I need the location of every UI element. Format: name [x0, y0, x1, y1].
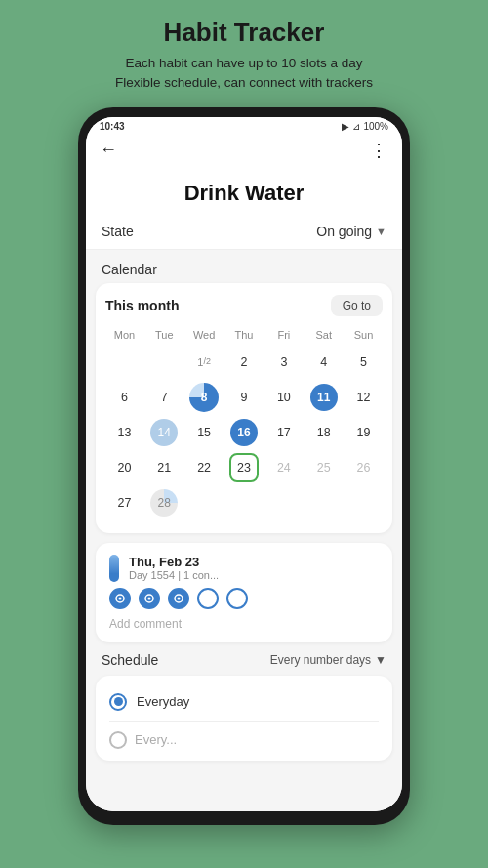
cal-day-18[interactable]: 18 [305, 416, 343, 449]
calendar-grid: Mon Tue Wed Thu Fri Sat Sun 1/2 2 3 4 5 [105, 326, 383, 519]
cal-day-2[interactable]: 2 [225, 346, 264, 379]
day-sub: Day 1554 | 1 con... [129, 569, 379, 581]
schedule-dropdown-arrow-icon: ▼ [375, 653, 386, 667]
goto-button[interactable]: Go to [331, 295, 383, 316]
cal-empty-2 [145, 346, 183, 379]
signal-icon: ▶ [342, 121, 349, 132]
add-comment[interactable]: Add comment [109, 617, 379, 631]
screen-content: Drink Water State On going ▼ Calendar Th… [86, 167, 402, 811]
cal-day-22[interactable]: 22 [185, 451, 224, 484]
schedule-row: Schedule Every number days ▼ [96, 652, 392, 668]
slot-3[interactable] [168, 588, 189, 609]
wifi-icon: ⊿ [352, 121, 360, 132]
schedule-label: Schedule [102, 652, 158, 668]
cal-day-20[interactable]: 20 [105, 451, 143, 484]
cal-empty-3 [185, 486, 224, 519]
back-button[interactable]: ← [100, 140, 117, 160]
cal-day-9[interactable]: 9 [225, 381, 264, 414]
cal-day-1-2[interactable]: 1/2 [185, 346, 224, 379]
dow-fri: Fri [264, 326, 303, 344]
app-title: Habit Tracker [115, 18, 373, 48]
cal-day-4[interactable]: 4 [305, 346, 343, 379]
cal-day-15[interactable]: 15 [185, 416, 224, 449]
slot-5[interactable] [226, 588, 248, 609]
dow-wed: Wed [185, 326, 224, 344]
schedule-card: Everyday Every... [96, 676, 392, 761]
dropdown-arrow-icon: ▼ [376, 226, 386, 237]
day-date: Thu, Feb 23 [129, 555, 379, 569]
cal-day-10[interactable]: 10 [264, 381, 303, 414]
schedule-divider [109, 721, 379, 722]
cal-day-5[interactable]: 5 [345, 346, 383, 379]
phone-inner: 10:43 ▶ ⊿ 100% ← ⋮ Drink Water State On … [86, 117, 402, 811]
cal-day-27[interactable]: 27 [105, 486, 143, 519]
cal-empty-4 [225, 486, 264, 519]
schedule-dropdown-value: Every number days [270, 653, 371, 667]
calendar-card: This month Go to Mon Tue Wed Thu Fri Sat… [96, 283, 392, 533]
dow-thu: Thu [225, 326, 264, 344]
cal-day-13[interactable]: 13 [105, 416, 143, 449]
slot-row [109, 588, 379, 609]
app-header: Habit Tracker Each habit can have up to … [86, 0, 402, 107]
status-right: ▶ ⊿ 100% [342, 121, 388, 132]
day-detail-card: Thu, Feb 23 Day 1554 | 1 con... [96, 543, 392, 642]
slot-1[interactable] [109, 588, 131, 609]
cal-empty-5 [264, 486, 303, 519]
battery-label: 100% [363, 121, 388, 132]
cal-day-19[interactable]: 19 [345, 416, 383, 449]
schedule-option-every2[interactable]: Every... [109, 727, 379, 753]
cal-day-16[interactable]: 16 [225, 416, 264, 449]
cal-day-28[interactable]: 28 [145, 486, 183, 519]
day-detail-header: Thu, Feb 23 Day 1554 | 1 con... [109, 555, 379, 582]
state-label: State [102, 224, 134, 239]
slot-2[interactable] [139, 588, 160, 609]
day-detail-info: Thu, Feb 23 Day 1554 | 1 con... [129, 555, 379, 581]
cal-day-25[interactable]: 25 [305, 451, 343, 484]
schedule-option-everyday[interactable]: Everyday [109, 689, 379, 715]
option-every2-label: Every... [135, 732, 177, 747]
dow-sat: Sat [305, 326, 343, 344]
svg-point-1 [119, 597, 122, 599]
radio-inner-everyday [114, 697, 123, 706]
dow-sun: Sun [345, 326, 383, 344]
cal-day-26[interactable]: 26 [345, 451, 383, 484]
cal-day-3[interactable]: 3 [264, 346, 303, 379]
cal-day-17[interactable]: 17 [264, 416, 303, 449]
calendar-header: This month Go to [105, 295, 383, 316]
habit-title: Drink Water [86, 167, 402, 216]
cal-day-12[interactable]: 12 [345, 381, 383, 414]
radio-everyday [109, 693, 127, 711]
status-time: 10:43 [100, 121, 125, 132]
radio-every2 [109, 731, 127, 749]
cal-day-8[interactable]: 8 [185, 381, 224, 414]
calendar-section-label: Calendar [86, 250, 402, 283]
state-row: State On going ▼ [86, 216, 402, 250]
calendar-month: This month [105, 298, 179, 313]
cal-empty-6 [305, 486, 343, 519]
state-value: On going [316, 224, 372, 239]
cal-day-21[interactable]: 21 [145, 451, 183, 484]
thermometer-icon [109, 555, 119, 582]
phone-wrap: 10:43 ▶ ⊿ 100% ← ⋮ Drink Water State On … [78, 107, 410, 825]
schedule-dropdown[interactable]: Every number days ▼ [270, 653, 386, 667]
more-button[interactable]: ⋮ [370, 140, 388, 161]
cal-day-24[interactable]: 24 [264, 451, 303, 484]
cal-day-23-today[interactable]: 23 [229, 453, 259, 482]
schedule-section: Schedule Every number days ▼ Everyday [86, 652, 402, 761]
cal-day-7[interactable]: 7 [145, 381, 183, 414]
nav-bar: ← ⋮ [86, 134, 402, 167]
svg-point-3 [148, 597, 151, 599]
app-subtitle: Each habit can have up to 10 slots a day… [115, 54, 373, 94]
dow-tue: Tue [145, 326, 183, 344]
status-bar: 10:43 ▶ ⊿ 100% [86, 117, 402, 134]
cal-day-11[interactable]: 11 [305, 381, 343, 414]
cal-day-6[interactable]: 6 [105, 381, 143, 414]
svg-point-5 [178, 597, 181, 599]
cal-empty-7 [345, 486, 383, 519]
dow-mon: Mon [105, 326, 143, 344]
slot-4[interactable] [197, 588, 219, 609]
cal-empty-1 [105, 346, 143, 379]
cal-day-14[interactable]: 14 [145, 416, 183, 449]
state-dropdown[interactable]: On going ▼ [316, 224, 386, 239]
option-everyday-label: Everyday [137, 694, 189, 709]
